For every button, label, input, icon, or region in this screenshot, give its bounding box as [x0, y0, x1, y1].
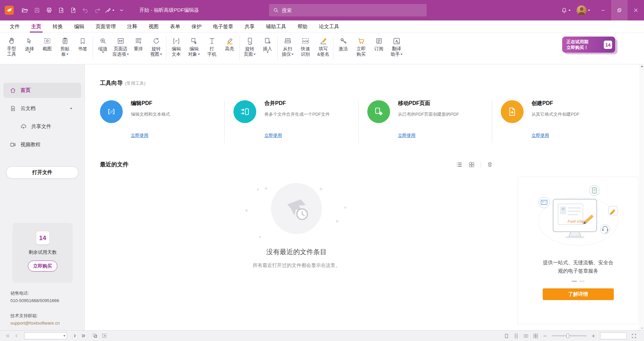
zoom-percentage-input[interactable] — [600, 332, 627, 339]
undo-icon-button[interactable] — [79, 5, 91, 16]
export-doc-icon-button[interactable] — [55, 5, 67, 16]
ribbon-button-buy-now[interactable]: 立即 购买 — [352, 35, 370, 57]
grid-view-icon[interactable] — [468, 161, 475, 168]
menu-convert[interactable]: 转换 — [47, 20, 68, 33]
minimize-button[interactable] — [595, 0, 611, 20]
ribbon-button-bookmark[interactable]: 书签 — [74, 35, 92, 52]
ribbon-button-edit-text[interactable]: iT 编辑 文本 — [167, 35, 185, 57]
continuous-view-button[interactable] — [514, 333, 519, 339]
expand-caret-icon[interactable] — [70, 108, 72, 109]
ribbon-button-snapshot[interactable]: 截图 — [38, 35, 56, 52]
single-page-view-button[interactable] — [504, 333, 509, 339]
support-email-link[interactable]: support@foxitsoftware.cn — [10, 320, 60, 327]
ribbon-button-typewriter[interactable]: 打 字机 — [203, 35, 221, 57]
promo-text-line-2: 规的电子签章服务 — [543, 267, 613, 275]
use-now-link[interactable]: 立即使用 — [398, 132, 416, 138]
ribbon-button-fill-sign[interactable]: 填写 &签名 — [314, 35, 332, 57]
sidebar-item-cloud-docs[interactable]: 云文档 — [3, 101, 81, 116]
trash-icon[interactable] — [487, 161, 493, 168]
tool-card-merge-pdf[interactable]: 合并PDF 将多个文件合并生成一个PDF文件 立即使用 — [233, 98, 353, 143]
ribbon-button-clipboard[interactable]: 剪贴 板 — [56, 35, 74, 57]
snapshot-tool-button[interactable] — [92, 333, 98, 339]
ribbon-button-zoom[interactable]: 缩放 — [94, 35, 112, 53]
menu-home[interactable]: 主页 — [25, 20, 47, 33]
facing-view-button[interactable] — [523, 333, 529, 339]
menu-help[interactable]: 帮助 — [292, 20, 313, 33]
page-dropdown-caret-icon[interactable] — [63, 335, 65, 337]
use-now-link[interactable]: 立即使用 — [532, 132, 549, 138]
menu-esign[interactable]: 电子签章 — [207, 20, 239, 33]
ribbon-button-reflow[interactable]: 重排 — [129, 35, 147, 52]
notifications-bell-button[interactable] — [560, 5, 571, 16]
menu-accessibility[interactable]: 辅助工具 — [260, 20, 292, 33]
zoom-in-button[interactable] — [591, 334, 596, 338]
last-page-button[interactable] — [81, 333, 86, 338]
use-now-link[interactable]: 立即使用 — [131, 132, 148, 138]
print-icon-button[interactable] — [43, 5, 55, 16]
trial-banner[interactable]: 正在试用期 立即购买！ 14 — [562, 37, 615, 53]
sidebar-item-video-tutorials[interactable]: 视频教程 — [3, 137, 81, 152]
ribbon-button-from-scanner[interactable]: 从扫 描仪 — [279, 35, 297, 57]
ribbon-button-page-fit-options[interactable]: 页面适 应选项 — [112, 35, 129, 57]
open-file-button[interactable]: 打开文件 — [6, 166, 78, 179]
ribbon-button-insert[interactable]: 插入 — [259, 35, 276, 53]
menu-view[interactable]: 视图 — [143, 20, 164, 33]
ribbon-button-edit-object[interactable]: 编辑 对象 — [185, 35, 203, 57]
list-view-icon[interactable] — [456, 161, 463, 168]
user-avatar[interactable] — [577, 5, 587, 15]
learn-more-button[interactable]: 了解详情 — [543, 288, 614, 300]
ribbon-button-subscribe[interactable]: 订阅 — [370, 35, 388, 52]
scroll-down-arrow-icon[interactable] — [641, 328, 643, 329]
page-number-field[interactable] — [24, 332, 67, 339]
zoom-slider-thumb[interactable] — [567, 334, 569, 338]
ribbon-button-select[interactable]: 选择 — [20, 35, 38, 53]
sidebar-item-home[interactable]: 首页 — [3, 83, 81, 98]
account-caret-icon[interactable] — [588, 10, 590, 11]
use-now-link[interactable]: 立即使用 — [264, 132, 282, 138]
ribbon-button-rotate-view[interactable]: 旋转 视图 — [147, 35, 165, 57]
menu-file[interactable]: 文件 — [4, 20, 25, 33]
tool-card-move-pdf-pages[interactable]: 移动PDF页面 从已有的PDF页面创建新的PDF 立即使用 — [367, 98, 487, 143]
zoom-slider[interactable] — [552, 335, 587, 336]
sign-tool-button[interactable] — [104, 5, 115, 16]
zoom-out-button[interactable] — [543, 334, 547, 338]
redo-icon-button[interactable] — [92, 5, 103, 16]
tool-card-create-pdf[interactable]: 创建PDF 从其它格式文件创建PDF 立即使用 — [501, 98, 621, 143]
ribbon-button-quick-ocr[interactable]: OCR 快速 识别 — [297, 35, 314, 57]
menu-protect[interactable]: 保护 — [186, 20, 207, 33]
sidebar-item-shared-files[interactable]: 共享文件 — [3, 119, 81, 134]
menu-comment[interactable]: 注释 — [121, 20, 143, 33]
page-number-input[interactable] — [24, 332, 67, 339]
scroll-up-arrow-icon[interactable] — [641, 65, 643, 67]
home-icon — [10, 87, 16, 94]
carousel-dot[interactable] — [579, 281, 585, 282]
first-page-button[interactable] — [5, 333, 10, 338]
ribbon-button-highlight[interactable]: 高亮 — [221, 35, 238, 52]
search-box[interactable] — [269, 4, 427, 16]
search-input[interactable] — [282, 7, 423, 13]
fullscreen-button[interactable] — [631, 333, 637, 339]
menu-edit[interactable]: 编辑 — [68, 20, 90, 33]
close-button[interactable] — [628, 0, 644, 20]
ribbon-button-activate[interactable]: 激活 — [334, 35, 352, 52]
restore-button[interactable] — [611, 0, 628, 20]
open-file-icon-button[interactable] — [19, 5, 31, 16]
menu-paper-tools[interactable]: 论文工具 — [313, 20, 345, 33]
ribbon-button-rotate-pages[interactable]: 旋转 页面 — [241, 35, 259, 57]
tool-card-edit-pdf[interactable]: iT 编辑PDF 编辑文档和文本格式 立即使用 — [100, 98, 220, 143]
content-scrollbar[interactable] — [640, 64, 644, 330]
select-area-button[interactable] — [102, 333, 107, 339]
buy-now-button[interactable]: 立即购买 — [28, 261, 57, 272]
next-page-button[interactable] — [72, 333, 77, 338]
ribbon-button-translate-assistant[interactable]: A 翻译 助手 — [388, 35, 406, 57]
menu-organize[interactable]: 页面管理 — [90, 20, 121, 33]
menu-form[interactable]: 表单 — [164, 20, 186, 33]
convert-doc-icon-button[interactable] — [67, 5, 79, 16]
menu-share[interactable]: 共享 — [239, 20, 260, 33]
collapse-ribbon-button[interactable] — [116, 5, 127, 16]
carousel-dot-active[interactable] — [572, 281, 577, 282]
previous-page-button[interactable] — [14, 333, 19, 338]
save-icon-button[interactable] — [31, 5, 43, 16]
facing-continuous-view-button[interactable] — [533, 333, 538, 339]
ribbon-button-hand-tool[interactable]: 手型 工具 — [3, 35, 20, 57]
